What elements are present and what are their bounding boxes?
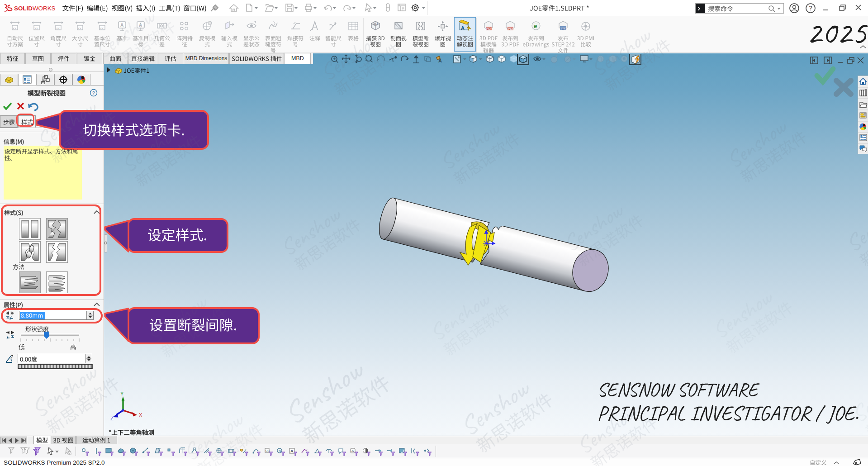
svg-text:X: X [139,412,142,418]
svg-text:xx: xx [78,26,81,30]
svg-text:3D: 3D [373,22,378,26]
svg-text:xx: xx [34,26,38,30]
svg-text:xx: xx [56,26,60,30]
svg-text:e: e [534,23,537,29]
svg-text:Z: Z [110,416,114,421]
svg-text:A: A [120,23,123,28]
svg-text:A: A [139,23,142,28]
svg-text:A: A [461,25,465,31]
svg-text:PDF: PDF [508,27,514,30]
svg-text:xx: xx [100,26,104,30]
svg-text:?: ? [92,90,95,96]
svg-text:STEP: STEP [560,27,568,30]
svg-text:SOLIDWORKS: SOLIDWORKS [14,5,56,12]
svg-text:xx: xx [13,26,16,30]
svg-text:?: ? [809,5,812,12]
svg-text:A: A [438,58,442,63]
svg-text:Y: Y [120,391,124,396]
svg-text:PDF: PDF [486,27,493,30]
